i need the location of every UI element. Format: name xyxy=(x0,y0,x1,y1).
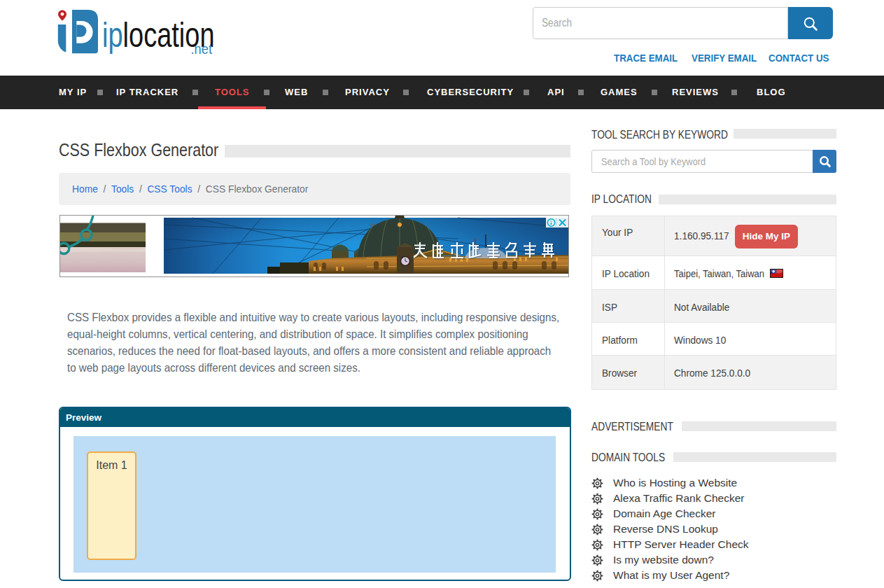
svg-text:.net: .net xyxy=(191,41,213,57)
